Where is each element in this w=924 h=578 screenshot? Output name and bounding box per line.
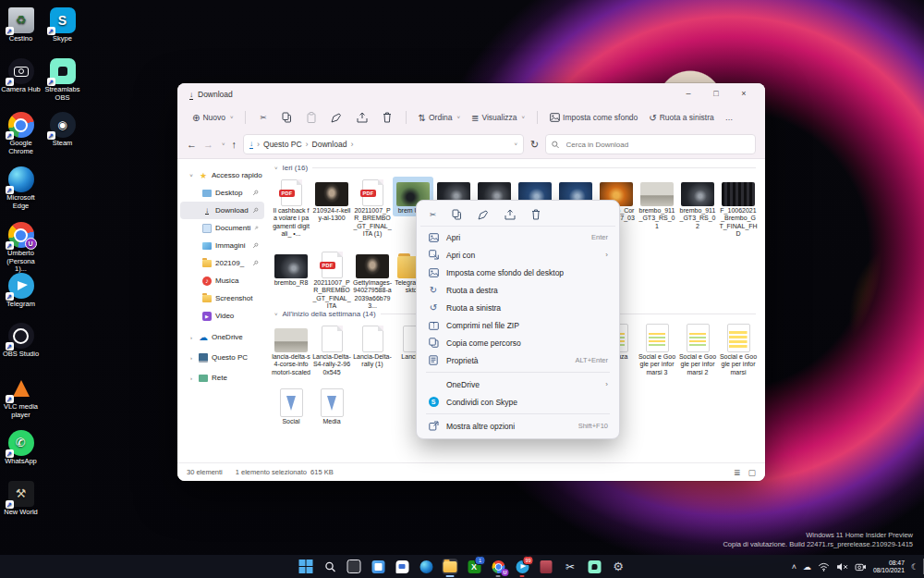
maximize-button[interactable]: □ [702,83,730,105]
file-tile[interactable]: Social e Google per informarsi [718,323,759,378]
desktop-icon-vlc[interactable]: ↗ VLC media player [0,375,42,419]
sort-button[interactable]: ⇅ Ordina ˅ [413,110,466,126]
forward-button[interactable]: → [203,139,213,150]
camera-device-icon[interactable] [855,562,867,572]
sidebar-item-download[interactable]: ↓Download [180,202,264,219]
onedrive-tray-icon[interactable]: ☁ [803,562,811,572]
rename-button[interactable] [331,113,342,123]
menu-item-apri[interactable]: Apri Enter [420,228,615,246]
refresh-button[interactable]: ↻ [530,139,539,151]
volume-muted-icon[interactable] [836,562,848,572]
desktop-icon-camera-hub[interactable]: ↗ Camera Hub [0,58,42,94]
sidebar-item-rete[interactable]: ›Rete [180,369,264,387]
file-tile[interactable]: Social e Google per informarsi 3 [637,323,677,378]
file-tile[interactable]: brembo_R8 [271,249,311,289]
taskbar-telegram-button[interactable]: 99 [515,559,530,574]
up-button[interactable]: ↑ [232,139,237,150]
taskbar-edge-button[interactable] [419,559,434,574]
breadcrumb-root[interactable]: Questo PC [263,140,302,149]
share-icon[interactable] [505,209,516,220]
file-tile[interactable]: GettyImages-940279588-a2039a66b793... [352,249,393,312]
address-dropdown-icon[interactable]: ˅ [515,141,518,147]
menu-item-ruota-sinistra[interactable]: ↺ Ruota a sinistra [420,299,615,316]
start-button[interactable] [298,559,314,574]
expand-icon[interactable]: › [188,335,195,340]
search-box[interactable] [545,134,756,154]
taskbar-clock[interactable]: 08:47 08/10/2021 [873,560,905,574]
rename-icon[interactable] [478,210,489,220]
minimize-button[interactable]: – [675,83,702,105]
file-tile[interactable]: PDF20211007_PR_BREMBO_GT_FINAL_ITA (1) [352,177,393,240]
sidebar-item-onedrive[interactable]: ›☁OneDrive [180,328,264,346]
taskbar-xbox-button[interactable]: X1 [467,559,482,574]
desktop-icon-streamlabs[interactable]: ↗ Streamlabs OBS [42,58,83,102]
task-view-button[interactable] [346,559,362,574]
tray-overflow-chevron-icon[interactable]: ˄ [792,562,796,572]
cut-icon[interactable]: ✂ [430,210,436,219]
taskbar-chrome-button[interactable]: U [491,559,506,574]
desktop-icon-chrome[interactable]: ↗ Google Chrome [0,112,42,155]
sidebar-item-video[interactable]: ▶Video [180,307,264,325]
expand-icon[interactable]: › [188,375,195,381]
view-button[interactable]: ≣ Visualizza ˅ [466,110,530,126]
file-tile[interactable]: Social e Google per informarsi 2 [677,323,718,378]
cut-button[interactable]: ✂ [260,113,266,122]
focus-assist-moon-icon[interactable]: ☾ [911,562,918,572]
sidebar-item-accesso-rapido[interactable]: ˅★Accesso rapido [180,166,264,184]
desktop-icon-umberto-profile[interactable]: U↗ Umberto (Persona 1)... [0,222,42,274]
taskbar-streamlabs-button[interactable] [587,559,602,574]
desktop-icon-new-world[interactable]: ⚒↗ New World [0,481,42,517]
file-tile[interactable]: PDFIl cashback fa volare i pagamenti dig… [271,177,311,240]
rotate-left-button[interactable]: ↺ Ruota a sinistra [643,110,719,126]
expand-icon[interactable]: ˅ [188,173,195,178]
desktop-icon-steam[interactable]: ◉↗ Steam [42,112,83,148]
back-button[interactable]: ← [187,139,197,150]
taskbar-settings-button[interactable]: ⚙ [611,559,626,574]
sidebar-item-screenshot[interactable]: Screenshot [180,289,264,307]
details-view-button[interactable]: ≣ [734,468,741,477]
collapse-icon[interactable]: ˅ [274,312,278,317]
taskbar-explorer-button[interactable] [443,559,458,574]
menu-item-comprimi-zip[interactable]: Comprimi nel file ZIP [420,316,615,334]
desktop-icon-cestino[interactable]: ♻↗ Cestino [0,7,42,43]
group-header-ieri[interactable]: ˅ Ieri (16) [273,164,756,172]
menu-item-mostra-altre-opzioni[interactable]: Mostra altre opzioni Shift+F10 [420,417,615,435]
menu-item-imposta-sfondo[interactable]: Imposta come sfondo del desktop [420,264,615,281]
breadcrumb-current[interactable]: Download [312,140,347,149]
desktop-icon-skype[interactable]: S↗ Skype [42,7,83,43]
sidebar-item-202109[interactable]: 202109_ [180,254,264,272]
file-tile[interactable]: brembo_911_GT3_RS_01 [637,177,677,232]
menu-item-onedrive[interactable]: OneDrive › [420,375,615,393]
sidebar-item-immagini[interactable]: Immagini [180,237,264,254]
sidebar-item-questo-pc[interactable]: ›Questo PC [180,349,264,366]
set-wallpaper-button[interactable]: Imposta come sfondo [544,110,643,125]
file-tile[interactable]: Lancia-Delta-rally (1) [352,323,393,371]
copy-icon[interactable] [452,209,462,220]
sidebar-item-documenti[interactable]: Documenti [180,219,264,237]
close-button[interactable]: × [730,83,758,105]
file-tile[interactable]: lancia-delta-s4-corse-infomotori-scaled [271,323,311,378]
file-tile[interactable]: F_10062021_Brembo_GT_FINAL_FHD [718,177,759,240]
taskbar-snipping-button[interactable]: ✂ [563,559,578,574]
history-dropdown[interactable]: ˅ [222,141,225,147]
file-tile[interactable]: Social [271,387,311,427]
file-tile[interactable]: Media [311,387,352,427]
copy-button[interactable] [282,112,292,123]
share-button[interactable] [357,112,368,123]
title-bar[interactable]: ↓ Download – □ × [177,83,765,105]
chat-button[interactable] [395,559,410,574]
icons-view-button[interactable]: ▢ [748,468,756,477]
menu-item-ruota-destra[interactable]: ↻ Ruota a destra [420,281,615,299]
menu-item-proprieta[interactable]: Proprietà ALT+Enter [420,351,615,369]
delete-button[interactable] [383,112,392,123]
file-tile[interactable]: PDF20211007_PR_BREMBO_GT_FINAL_ITA [311,249,352,312]
file-tile[interactable]: Lancia-Delta-S4-rally-2-960x545 [311,323,352,378]
menu-item-condividi-skype[interactable]: S Condividi con Skype [420,393,615,411]
more-options-button[interactable]: … [720,110,739,125]
desktop-icon-edge[interactable]: ↗ Microsoft Edge [0,166,42,210]
file-tile[interactable]: 210924-r-kelly-al-1300 [311,177,352,225]
sidebar-item-musica[interactable]: ♪Musica [180,272,264,289]
widgets-button[interactable] [371,559,386,574]
collapse-icon[interactable]: ˅ [274,166,278,171]
trash-icon[interactable] [531,209,541,220]
